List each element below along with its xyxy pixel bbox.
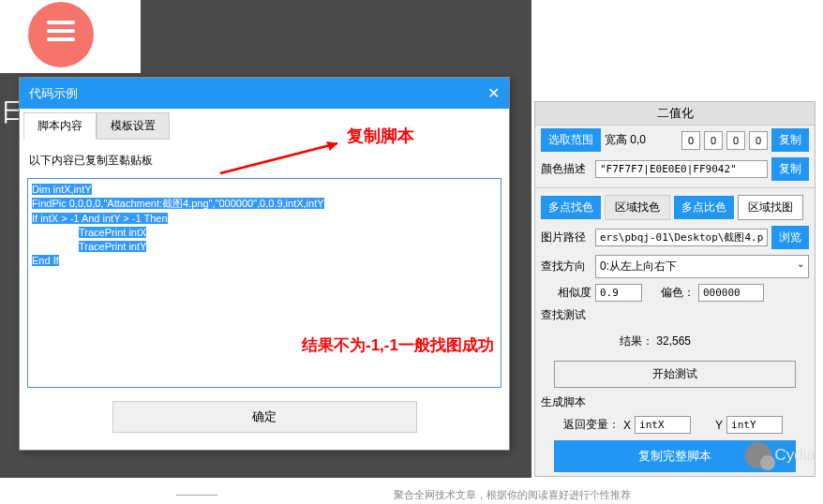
y-var-input[interactable]	[726, 416, 783, 434]
return-var-label: 返回变量：	[563, 417, 620, 433]
code-line: TracePrint intX	[79, 227, 146, 238]
browse-button[interactable]: 浏览	[771, 226, 809, 249]
tab-template-settings[interactable]: 模板设置	[97, 112, 170, 140]
color-desc-label: 颜色描述	[541, 161, 591, 177]
watermark: Cydia	[745, 442, 816, 468]
close-icon[interactable]: ✕	[487, 84, 500, 102]
direction-select[interactable]: 0:从左上向右下 ⌄	[595, 255, 809, 278]
similarity-input[interactable]	[595, 284, 642, 302]
offset-input[interactable]	[698, 284, 764, 302]
tab-script-content[interactable]: 脚本内容	[23, 112, 97, 140]
wh-label: 宽高 0,0	[605, 132, 678, 148]
dialog-title-text: 代码示例	[29, 85, 78, 102]
ok-button[interactable]: 确定	[112, 401, 417, 433]
copy-coords-button[interactable]: 复制	[771, 128, 809, 152]
select-range-button[interactable]: 选取范围	[541, 128, 601, 152]
dialog-tabs: 脚本内容 模板设置	[20, 109, 509, 140]
wechat-icon	[745, 442, 771, 468]
footer-right: 聚合全网技术文章，根据你的阅读喜好进行个性推荐	[394, 485, 823, 504]
code-line: Dim intX,intY	[32, 184, 92, 195]
copy-message: 以下内容已复制至黏贴板	[29, 153, 500, 169]
pic-path-input[interactable]	[595, 229, 768, 246]
tab-multi-find-color[interactable]: 多点找色	[541, 196, 601, 219]
x-label: X	[623, 419, 631, 432]
code-textarea[interactable]: Dim intX,intY FindPic 0,0,0,0,"Attachmen…	[27, 178, 501, 388]
footer-left: ————	[0, 485, 394, 504]
code-line: End If	[32, 255, 59, 266]
annotation-result: 结果不为-1,-1一般找图成功	[302, 334, 494, 356]
footer: ———— 聚合全网技术文章，根据你的阅读喜好进行个性推荐	[0, 485, 823, 504]
direction-value: 0:从左上向右下	[600, 259, 677, 274]
coord-y1-input[interactable]	[704, 131, 723, 150]
result-label: 结果：	[620, 334, 653, 348]
annotation-copy-script: 复制脚本	[347, 125, 414, 147]
code-line: If intX > -1 And intY > -1 Then	[32, 213, 168, 224]
x-var-input[interactable]	[635, 416, 691, 434]
code-line: FindPic 0,0,0,0,"Attachment:截图4.png","00…	[32, 198, 324, 209]
start-test-button[interactable]: 开始测试	[554, 361, 796, 388]
y-label: Y	[715, 419, 723, 432]
similarity-label: 相似度	[541, 285, 591, 301]
copy-color-button[interactable]: 复制	[771, 157, 809, 181]
app-logo-icon	[28, 2, 94, 67]
chevron-down-icon: ⌄	[797, 259, 804, 274]
tab-area-find-color[interactable]: 区域找色	[605, 195, 670, 220]
code-example-dialog: 代码示例 ✕ 脚本内容 模板设置 以下内容已复制至黏贴板 Dim intX,in…	[19, 77, 510, 451]
coord-y2-input[interactable]	[749, 131, 768, 150]
color-desc-input[interactable]	[595, 160, 768, 178]
test-label: 查找测试	[541, 307, 591, 323]
code-line: TracePrint intY	[79, 241, 146, 252]
logo-area	[0, 0, 141, 73]
direction-label: 查找方向	[541, 259, 591, 274]
settings-panel: 二值化 选取范围 宽高 0,0 复制 颜色描述 复制 多点找色 区域找色 多点比…	[534, 101, 816, 477]
tab-multi-compare-color[interactable]: 多点比色	[674, 196, 734, 219]
coord-x2-input[interactable]	[726, 131, 745, 150]
result-value: 32,565	[656, 334, 691, 348]
gen-script-label: 生成脚本	[541, 394, 591, 410]
dialog-titlebar: 代码示例 ✕	[20, 78, 509, 109]
pic-path-label: 图片路径	[541, 230, 591, 245]
watermark-text: Cydia	[775, 446, 816, 465]
panel-title: 二值化	[535, 102, 815, 126]
tab-area-find-pic[interactable]: 区域找图	[738, 195, 803, 220]
coord-x1-input[interactable]	[681, 131, 700, 150]
offset-label: 偏色：	[661, 285, 695, 301]
